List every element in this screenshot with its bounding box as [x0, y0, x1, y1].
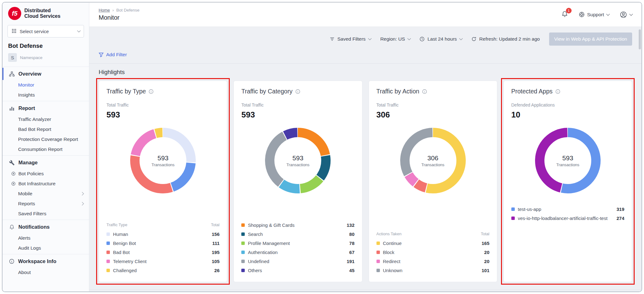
scrollbar-thumb[interactable] — [639, 29, 641, 49]
legend-color-chip — [106, 242, 110, 245]
brand-name-line1: Distributed — [24, 8, 51, 13]
legend-item: Block20 — [376, 248, 489, 257]
legend-item: Continue165 — [376, 239, 489, 248]
legend-item: Profile Management78 — [241, 239, 354, 248]
legend-item: Bad Bot195 — [106, 248, 219, 257]
divider — [2, 101, 89, 101]
legend-color-chip — [241, 269, 245, 272]
view-in-waap-button[interactable]: View in Web App & API Protection — [549, 32, 632, 46]
legend-item: Authentication67 — [241, 248, 354, 257]
legend-item: Human156 — [106, 230, 219, 239]
traffic-by-action-donut-chart — [400, 128, 466, 195]
sidebar-group-workspace-info[interactable]: Workspace Info — [2, 255, 89, 267]
namespace-selector[interactable]: S Namespace — [2, 53, 89, 66]
chevron-down-icon — [459, 37, 463, 40]
saved-filters-dropdown[interactable]: Saved Filters — [330, 36, 371, 42]
top-header: Home › Bot Defense Monitor 1 Sup — [89, 2, 642, 27]
legend-color-chip — [241, 232, 245, 236]
info-icon[interactable] — [295, 89, 300, 94]
sidebar-group-report[interactable]: Report — [2, 102, 89, 114]
divider — [2, 67, 89, 67]
sidebar-group-manage[interactable]: Manage — [2, 157, 89, 169]
chevron-right-icon — [80, 192, 84, 195]
region-dropdown[interactable]: Region: US — [380, 36, 410, 42]
details-section: Details — [89, 290, 642, 292]
traffic-by-category-donut-chart — [265, 128, 331, 195]
card-traffic-by-action: Traffic by Action Total Traffic 306 306 … — [369, 81, 497, 282]
legend-item: Redirect20 — [376, 257, 489, 266]
sidebar-item-bot-infrastructure[interactable]: Bot Infrastructure — [2, 179, 89, 189]
wrench-icon — [9, 160, 15, 166]
highlights-cards: Traffic by Type Total Traffic 593 593 Tr… — [89, 79, 642, 289]
legend: test-us-app319 ves-io-http-loadbalancer-… — [511, 205, 624, 223]
sidebar-item-alerts[interactable]: Alerts — [2, 233, 89, 243]
refresh-button[interactable]: Refresh: Updated 2 min ago — [471, 36, 540, 42]
legend-item: Others45 — [241, 266, 354, 275]
sidebar-item-label: Bot Infrastructure — [18, 181, 56, 187]
sidebar-item-monitor[interactable]: Monitor — [2, 80, 89, 90]
select-service-dropdown[interactable]: Select service — [7, 25, 84, 37]
chevron-down-icon — [77, 29, 81, 32]
header-left: Home › Bot Defense Monitor — [99, 8, 140, 21]
total-label: Total Traffic — [376, 102, 489, 107]
user-avatar-icon — [620, 11, 627, 18]
info-icon[interactable] — [555, 89, 560, 94]
legend: Shopping & Gift Cards132 Search80 Profil… — [241, 221, 354, 275]
sidebar-item-bot-policies[interactable]: Bot Policies — [2, 169, 89, 179]
card-title: Traffic by Type — [106, 88, 146, 95]
sidebar-group-notifications[interactable]: Notifications — [2, 221, 89, 233]
divider — [2, 220, 89, 220]
user-menu[interactable] — [620, 11, 632, 18]
breadcrumb: Home › Bot Defense — [99, 8, 140, 12]
notification-badge: 1 — [566, 8, 572, 13]
info-icon[interactable] — [422, 89, 427, 94]
sidebar-item-bad-bot-report[interactable]: Bad Bot Report — [2, 124, 89, 134]
total-label: Total Traffic — [241, 102, 354, 107]
legend-item: test-us-app319 — [511, 205, 624, 214]
sidebar-item-saved-filters[interactable]: Saved Filters — [2, 209, 89, 219]
notifications-bell-button[interactable]: 1 — [561, 11, 568, 19]
legend-item: Undefined191 — [241, 257, 354, 266]
sidebar-item-audit-logs[interactable]: Audit Logs — [2, 243, 89, 253]
time-range-label: Last 24 hours — [427, 36, 457, 42]
page-title: Monitor — [99, 14, 140, 21]
sidebar-group-label: Workspace Info — [18, 258, 57, 264]
sidebar-group-label: Notifications — [18, 224, 50, 230]
sidebar-item-traffic-analyzer[interactable]: Traffic Analyzer — [2, 114, 89, 124]
legend-color-chip — [241, 242, 245, 245]
product-title: Bot Defense — [2, 41, 89, 53]
sidebar-item-about[interactable]: About — [2, 267, 89, 277]
time-range-dropdown[interactable]: Last 24 hours — [420, 36, 462, 42]
total-value: 10 — [511, 110, 624, 120]
legend: Actions TakenTotal Continue165 Block20 R… — [376, 230, 489, 275]
card-title: Protected Apps — [511, 88, 553, 95]
legend-item: Search80 — [241, 230, 354, 239]
sidebar-item-insights[interactable]: Insights — [2, 90, 89, 100]
sidebar-item-protection-coverage-report[interactable]: Protection Coverage Report — [2, 134, 89, 144]
brand[interactable]: f5 Distributed Cloud Services — [2, 2, 89, 22]
legend-color-chip — [376, 260, 380, 263]
sidebar-item-mobile[interactable]: Mobile — [2, 189, 89, 199]
sidebar-item-consumption-report[interactable]: Consumption Report — [2, 144, 89, 154]
apps-grid-icon — [12, 28, 17, 34]
region-label: Region: US — [380, 36, 405, 42]
sidebar-group-label: Overview — [18, 71, 41, 77]
sidebar-item-reports[interactable]: Reports — [2, 199, 89, 209]
filter-lines-icon — [330, 37, 335, 42]
add-filter-button[interactable]: Add Filter — [99, 52, 127, 57]
sidebar-group-overview[interactable]: Overview — [2, 68, 89, 80]
legend-color-chip — [376, 251, 380, 254]
divider — [2, 254, 89, 254]
support-menu[interactable]: Support — [579, 12, 609, 17]
info-icon[interactable] — [149, 89, 154, 94]
breadcrumb-home-link[interactable]: Home — [99, 8, 110, 12]
select-service-label: Select service — [20, 29, 49, 34]
legend-item: Shopping & Gift Cards132 — [241, 221, 354, 230]
legend-color-chip — [106, 251, 110, 254]
main-content: Home › Bot Defense Monitor 1 Sup — [89, 2, 642, 292]
legend-color-chip — [241, 251, 245, 254]
target-icon — [11, 182, 16, 186]
chevron-down-icon — [629, 12, 633, 16]
sidebar-item-label: Bot Policies — [18, 171, 44, 177]
legend-item: ves-io-http-loadbalancer-artificial-traf… — [511, 214, 624, 223]
